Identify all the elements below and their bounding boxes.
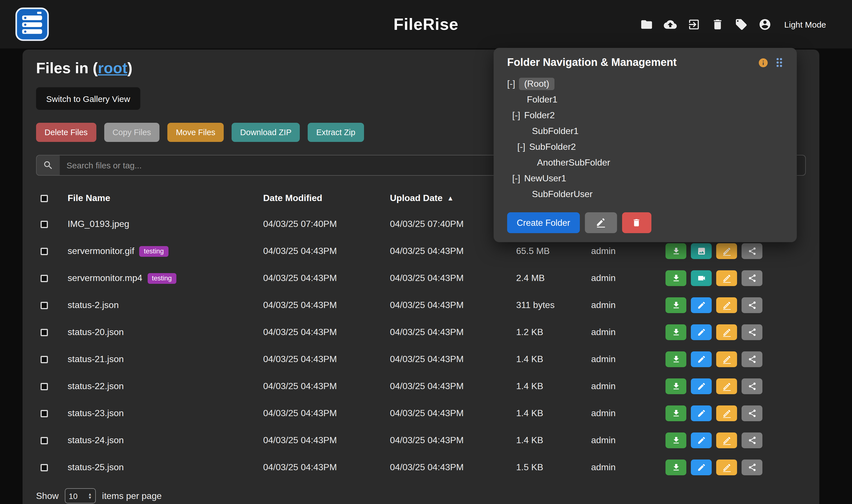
share-button[interactable] xyxy=(742,352,762,367)
file-size-cell: 1.4 KB xyxy=(516,408,591,418)
drag-handle-icon[interactable] xyxy=(776,57,783,68)
download-zip-button[interactable]: Download ZIP xyxy=(231,123,300,142)
logout-icon[interactable] xyxy=(688,18,700,31)
rename-button[interactable] xyxy=(716,460,737,475)
share-button[interactable] xyxy=(742,297,762,313)
rename-button[interactable] xyxy=(716,270,737,286)
select-checkbox[interactable] xyxy=(40,356,48,363)
move-files-button[interactable]: Move Files xyxy=(167,123,224,142)
download-button[interactable] xyxy=(665,460,686,475)
collapse-toggle[interactable]: [-] xyxy=(512,110,520,121)
trash-icon[interactable] xyxy=(711,18,724,31)
download-button[interactable] xyxy=(665,243,686,259)
rename-button[interactable] xyxy=(716,378,737,394)
rename-button[interactable] xyxy=(716,352,737,367)
download-button[interactable] xyxy=(665,270,686,286)
gallery-view-button[interactable]: Switch to Gallery View xyxy=(36,87,140,110)
theme-toggle[interactable]: Light Mode xyxy=(784,19,826,29)
select-checkbox[interactable] xyxy=(40,410,48,417)
folder-label[interactable]: AnotherSubFolder xyxy=(537,158,610,168)
rename-button[interactable] xyxy=(716,406,737,421)
folder-label[interactable]: Folder2 xyxy=(524,110,555,121)
tree-item[interactable]: [-]SubFolder2 xyxy=(507,139,783,155)
collapse-toggle[interactable]: [-] xyxy=(507,79,515,89)
select-checkbox[interactable] xyxy=(40,274,48,282)
cloud-upload-icon[interactable] xyxy=(664,18,677,31)
delete-files-button[interactable]: Delete Files xyxy=(36,123,96,142)
download-button[interactable] xyxy=(665,324,686,340)
rename-button[interactable] xyxy=(716,432,737,448)
share-button[interactable] xyxy=(742,378,762,394)
download-button[interactable] xyxy=(665,432,686,448)
select-checkbox[interactable] xyxy=(40,248,48,255)
root-folder-link[interactable]: root xyxy=(98,60,127,77)
share-button[interactable] xyxy=(742,324,762,340)
account-icon[interactable] xyxy=(759,18,771,31)
file-name-cell: status-23.json xyxy=(68,408,263,418)
edit-button[interactable] xyxy=(691,297,712,313)
download-button[interactable] xyxy=(665,297,686,313)
download-button[interactable] xyxy=(665,378,686,394)
tree-item[interactable]: AnotherSubFolder xyxy=(507,155,783,170)
edit-button[interactable] xyxy=(691,352,712,367)
share-button[interactable] xyxy=(742,270,762,286)
preview-image-button[interactable] xyxy=(691,243,712,259)
select-checkbox[interactable] xyxy=(40,437,48,444)
share-button[interactable] xyxy=(742,243,762,259)
select-checkbox[interactable] xyxy=(40,220,48,228)
panel-actions: Create Folder xyxy=(507,212,783,233)
sort-ascending-icon[interactable]: ▲ xyxy=(447,194,454,202)
collapse-toggle[interactable]: [-] xyxy=(517,142,525,152)
edit-button[interactable] xyxy=(691,378,712,394)
delete-folder-button[interactable] xyxy=(622,212,651,233)
share-button[interactable] xyxy=(742,460,762,475)
folder-label[interactable]: Folder1 xyxy=(527,95,558,105)
extract-zip-button[interactable]: Extract Zip xyxy=(308,123,364,142)
preview-video-button[interactable] xyxy=(691,270,712,286)
row-actions xyxy=(665,243,806,259)
row-actions xyxy=(665,432,806,448)
rename-button[interactable] xyxy=(716,324,737,340)
create-folder-button[interactable]: Create Folder xyxy=(507,212,580,233)
folder-label[interactable]: SubFolder1 xyxy=(532,126,578,136)
share-button[interactable] xyxy=(742,432,762,448)
column-header-file-name[interactable]: File Name xyxy=(68,193,263,203)
share-button[interactable] xyxy=(742,406,762,421)
select-checkbox[interactable] xyxy=(40,302,48,309)
column-header-date-modified[interactable]: Date Modified xyxy=(263,193,390,203)
download-button[interactable] xyxy=(665,352,686,367)
folder-label[interactable]: (Root) xyxy=(519,78,554,90)
select-checkbox[interactable] xyxy=(40,383,48,390)
uploader-cell: admin xyxy=(591,327,665,337)
rename-button[interactable] xyxy=(716,243,737,259)
tag-icon[interactable] xyxy=(735,18,748,31)
edit-button[interactable] xyxy=(691,406,712,421)
edit-button[interactable] xyxy=(691,324,712,340)
app-logo-icon[interactable] xyxy=(15,7,50,42)
collapse-toggle[interactable]: [-] xyxy=(512,174,520,184)
folder-label[interactable]: NewUser1 xyxy=(524,174,566,184)
copy-files-button[interactable]: Copy Files xyxy=(104,123,159,142)
select-checkbox[interactable] xyxy=(40,464,48,471)
edit-button[interactable] xyxy=(691,432,712,448)
folder-label[interactable]: SubFolder2 xyxy=(529,142,576,152)
rename-button[interactable] xyxy=(716,297,737,313)
items-per-page-select[interactable]: 10 ▲▼ xyxy=(65,488,96,503)
folder-label[interactable]: SubFolderUser xyxy=(532,189,592,199)
select-all-checkbox[interactable] xyxy=(40,195,48,202)
tree-item[interactable]: [-]Folder2 xyxy=(507,108,783,123)
select-checkbox[interactable] xyxy=(40,329,48,336)
tree-item[interactable]: [-]NewUser1 xyxy=(507,170,783,186)
tree-item[interactable]: SubFolderUser xyxy=(507,186,783,202)
tree-item[interactable]: SubFolder1 xyxy=(507,123,783,139)
file-name: IMG_0193.jpeg xyxy=(68,219,129,229)
tree-item[interactable]: [-](Root) xyxy=(507,76,783,92)
download-button[interactable] xyxy=(665,406,686,421)
tree-item[interactable]: Folder1 xyxy=(507,92,783,108)
edit-button[interactable] xyxy=(691,460,712,475)
file-size-cell: 1.5 KB xyxy=(516,462,591,472)
folder-icon[interactable] xyxy=(640,18,653,31)
table-body: IMG_0193.jpeg 04/03/25 07:40PM 04/03/25 … xyxy=(36,211,806,481)
rename-folder-button[interactable] xyxy=(585,212,617,233)
info-icon[interactable] xyxy=(758,57,769,68)
